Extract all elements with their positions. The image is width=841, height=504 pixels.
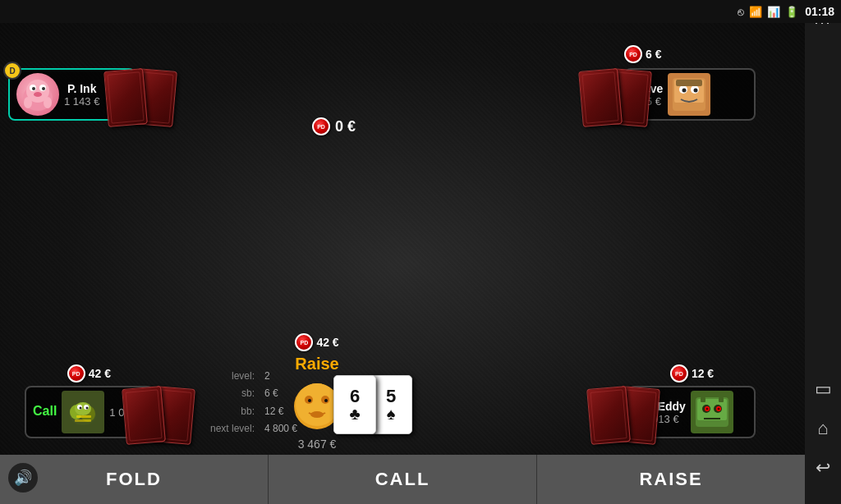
svg-point-27 — [296, 383, 338, 426]
avatar-steve — [668, 73, 710, 116]
grr-eddy-bet: PD 12 € — [670, 364, 714, 383]
action-bar: FOLD CALL RAISE — [0, 455, 805, 504]
status-time: 01:18 — [805, 5, 834, 18]
community-card-1: 6 ♣ — [333, 375, 376, 434]
card-p-ink-1 — [103, 68, 148, 127]
svg-point-6 — [34, 92, 42, 97]
signal-icon: 📊 — [767, 6, 780, 18]
svg-point-14 — [694, 89, 698, 93]
level-value: 2 — [264, 368, 270, 386]
call-player-bet: PD 42 € — [67, 364, 111, 383]
svg-point-4 — [32, 87, 35, 90]
steve-chip: PD — [624, 45, 642, 63]
avatar-call — [62, 391, 104, 433]
center-pot: PD 0 € — [312, 117, 356, 135]
svg-point-39 — [705, 408, 708, 410]
svg-rect-15 — [676, 80, 702, 86]
pot-amount: 0 € — [335, 118, 356, 135]
svg-rect-25 — [75, 419, 91, 422]
window-button[interactable]: ▭ — [810, 376, 836, 402]
battery-icon: 🔋 — [785, 6, 798, 18]
sb-value: 6 € — [264, 385, 278, 403]
bb-value: 12 € — [264, 403, 283, 421]
svg-rect-41 — [701, 397, 705, 402]
back-button[interactable]: ↩ — [810, 455, 836, 481]
game-area: D P. Ink 1 143 € — [0, 23, 805, 504]
hero-bet: PD 42 € — [295, 333, 338, 351]
svg-point-13 — [682, 89, 687, 93]
steve-bet: PD 6 € — [624, 45, 661, 63]
bluetooth-icon: ⎋ — [738, 6, 744, 18]
player-grr-eddy: PD 12 € Grr Eddy 1 913 € — [628, 364, 756, 438]
player-money-hero: 3 467 € — [298, 438, 337, 451]
hero-chip: PD — [295, 333, 313, 351]
card-steve-1 — [578, 68, 623, 127]
status-bar: ⎋ 📶 📊 🔋 01:18 — [0, 0, 841, 23]
avatar-grr-eddy — [691, 391, 733, 433]
svg-point-30 — [308, 399, 311, 402]
next-level-value: 4 800 € — [264, 420, 297, 438]
grr-eddy-chip: PD — [670, 364, 688, 383]
pot-chip: PD — [312, 117, 330, 135]
sb-label: sb: — [197, 385, 255, 403]
svg-point-31 — [324, 399, 328, 402]
dealer-chip: D — [3, 62, 21, 80]
home-button[interactable]: ⌂ — [810, 415, 836, 442]
bb-label: bb: — [197, 403, 255, 421]
call-chip: PD — [67, 364, 85, 383]
call-status-label: Call — [33, 404, 57, 419]
info-table: level: 2 sb: 6 € bb: 12 € next level: 4 … — [197, 368, 297, 438]
player-money-p-ink: 1 143 € — [64, 95, 99, 108]
svg-point-22 — [80, 407, 82, 410]
player-steve: PD 6 € Steve 545 € — [624, 68, 756, 121]
svg-point-32 — [310, 411, 324, 418]
sound-icon: 🔊 — [14, 469, 32, 487]
svg-point-8 — [44, 97, 52, 108]
svg-point-5 — [42, 87, 45, 90]
avatar-p-ink — [16, 73, 59, 116]
player-p-ink: D P. Ink 1 143 € — [8, 68, 136, 121]
svg-rect-42 — [719, 397, 724, 402]
svg-rect-24 — [76, 415, 91, 418]
card-grr-eddy-1 — [586, 386, 631, 445]
card-call-1 — [122, 386, 166, 445]
raise-status-label: Raise — [295, 355, 338, 373]
svg-point-40 — [717, 408, 719, 410]
raise-button[interactable]: RAISE — [537, 455, 805, 504]
svg-point-19 — [75, 402, 91, 415]
fold-button[interactable]: FOLD — [0, 455, 269, 504]
right-nav: ⋮ ▭ ⌂ ↩ — [805, 0, 841, 504]
call-button[interactable]: CALL — [269, 455, 537, 504]
wifi-icon: 📶 — [749, 6, 762, 18]
svg-point-7 — [24, 97, 32, 108]
player-name-p-ink: P. Ink — [64, 82, 99, 95]
level-label: level: — [197, 368, 255, 386]
svg-point-23 — [86, 407, 89, 410]
sound-button[interactable]: 🔊 — [8, 463, 38, 493]
player-call: PD 42 € Call — [25, 364, 154, 438]
next-level-label: next level: — [197, 420, 255, 438]
